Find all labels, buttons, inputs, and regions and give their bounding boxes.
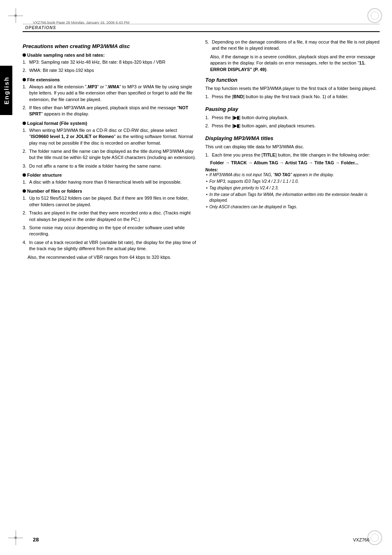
logical-item-1: 1. When writing MP3/WMA file on a CD-R d… <box>23 127 197 146</box>
file-ext-item-1: 1. Always add a file extension ".MP3" or… <box>23 84 197 103</box>
footer: 28 VXZ766 <box>33 537 369 543</box>
displaying-item-1: 1. Each time you press the [TITLE] butto… <box>205 152 380 158</box>
bullet-numfiles <box>23 189 26 193</box>
footer-model: VXZ766 <box>353 537 369 542</box>
logical-item-3: 3. Do not affix a name to a file inside … <box>23 163 197 169</box>
precautions-title: Precautions when creating MP3/WMA disc <box>23 43 197 49</box>
corner-decoration-bl <box>8 530 25 547</box>
notes-title: Notes: <box>205 168 380 172</box>
file-ext-title: File extensions <box>23 77 197 82</box>
operations-label: OPERATIONS <box>25 25 56 30</box>
damage-item-5: 5. Depending on the damage conditions of… <box>205 39 380 52</box>
top-function-title: Top function <box>205 77 380 83</box>
usable-item-1: 1. MP3: Sampling rate 32 kHz-48 kHz, Bit… <box>23 59 197 65</box>
numfiles-item-4: 4. In case of a track recorded at VBR (v… <box>23 240 197 252</box>
numfiles-title: Number of files or folders <box>23 189 197 193</box>
bullet-file-ext <box>23 78 26 81</box>
pausing-item-1: 1. Press the [▶▮] button during playback… <box>205 115 380 121</box>
logical-item-2: 2. The folder name and file name can be … <box>23 148 197 161</box>
bullet-usable <box>23 53 26 57</box>
note-1: If MP3/WMA disc is not input TAG, "NO TA… <box>205 172 380 178</box>
corner-decoration-br <box>367 530 384 547</box>
damage-note: Also, if the damage is in a severe condi… <box>205 54 380 73</box>
right-column: 5. Depending on the damage conditions of… <box>205 39 380 530</box>
note-3: Tag displays give priority to V2.4 / 2.3… <box>205 185 380 191</box>
numfiles-item-3: 3. Some noise may occur depending on the… <box>23 225 197 237</box>
note-4: In the case of album Tags for WMA, the i… <box>205 192 380 203</box>
top-function-desc: The top function resets the MP3/WMA play… <box>205 85 380 92</box>
displaying-title: Displaying MP3/WMA titles <box>205 135 380 141</box>
corner-decoration-tr <box>367 8 384 25</box>
displaying-desc: This unit can display title data for MP3… <box>205 144 380 150</box>
operations-bar: OPERATIONS <box>23 24 380 32</box>
note-5: Only ASCII characters can be displayed i… <box>205 204 380 210</box>
folder-item-1: 1. A disc with a folder having more than… <box>23 179 197 185</box>
usable-item-2: 2. WMA: Bit rate 32 kbps-192 kbps <box>23 67 197 74</box>
note-2: For MP3, supports ID3 Tags V2.4 / 2.3 / … <box>205 179 380 184</box>
numfiles-item-1: 1. Up to 512 files/512 folders can be pl… <box>23 195 197 208</box>
folder-title: Folder structure <box>23 173 197 177</box>
logical-title: Logical format (File system) <box>23 121 197 126</box>
page-container: English VXZ766.book Page 28 Monday, Janu… <box>0 0 392 555</box>
footer-page: 28 <box>33 537 39 543</box>
bullet-logical <box>23 122 26 125</box>
main-content: Precautions when creating MP3/WMA disc U… <box>23 39 380 530</box>
english-tab: English <box>0 66 12 115</box>
numfiles-item-2: 2. Tracks are played in the order that t… <box>23 210 197 223</box>
title-order: Folder → TRACK → Album TAG → Artist TAG … <box>210 160 380 165</box>
file-ext-item-2: 2. If files other than MP3/WMA are playe… <box>23 105 197 117</box>
english-tab-label: English <box>3 76 10 104</box>
pausing-item-2: 2. Press the [▶▮] button again, and play… <box>205 123 380 129</box>
pausing-title: Pausing play <box>205 106 380 112</box>
top-function-item-1: 1. Press the [BND] button to play the fi… <box>205 94 380 100</box>
left-column: Precautions when creating MP3/WMA disc U… <box>23 39 197 530</box>
bullet-folder <box>23 173 26 177</box>
notes-section: Notes: If MP3/WMA disc is not input TAG,… <box>205 168 380 210</box>
corner-decoration-tl <box>8 8 25 25</box>
usable-title: Usable sampling rates and bit rates: <box>23 53 197 58</box>
vbr-note: Also, the recommended value of VBR range… <box>23 254 197 260</box>
